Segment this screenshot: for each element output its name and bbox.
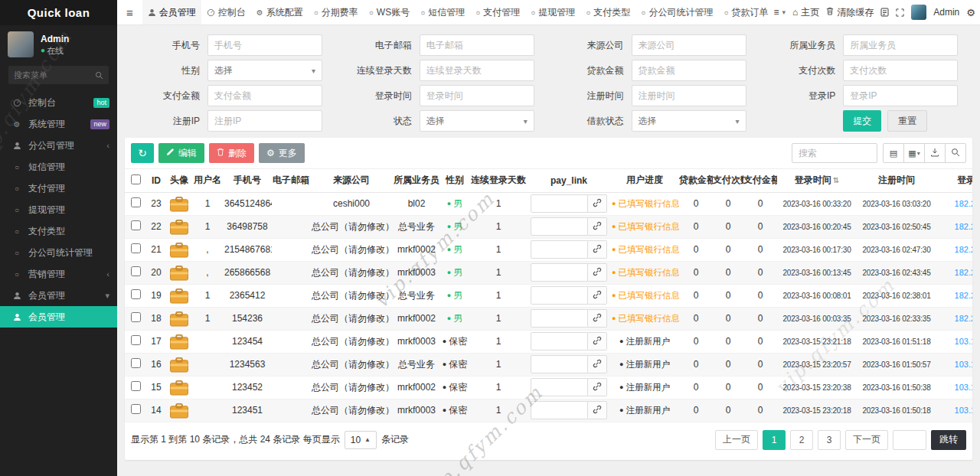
notes-icon[interactable] <box>880 8 889 17</box>
list-view-button[interactable]: ▤ <box>883 143 904 163</box>
tab-member[interactable]: 会员管理 <box>142 0 201 24</box>
sidebar-search-input[interactable] <box>14 70 95 80</box>
sidebar-item-marketing[interactable]: ○营销管理‹ <box>0 263 117 285</box>
avatar-image[interactable] <box>169 403 189 419</box>
page-button-1[interactable]: 1 <box>763 430 786 450</box>
search-toggle-button[interactable] <box>945 143 966 163</box>
login-time-input[interactable] <box>420 85 534 106</box>
tab-loan-order[interactable]: ○贷款订单 <box>718 0 773 24</box>
row-checkbox[interactable] <box>131 381 141 391</box>
clear-cache-button[interactable]: 清除缓存 <box>826 6 874 19</box>
row-checkbox[interactable] <box>131 289 141 299</box>
phone-input[interactable] <box>207 34 322 56</box>
ip-link[interactable]: 182.239. <box>955 314 972 323</box>
status-select[interactable]: 选择▾ <box>420 110 534 132</box>
columns-toggle-button[interactable]: ▦▾ <box>903 143 925 163</box>
pay-link-button[interactable] <box>588 194 607 213</box>
tab-ws-account[interactable]: ○WS账号 <box>364 0 415 24</box>
agent-input[interactable] <box>843 34 958 56</box>
tab-list-dropdown[interactable]: ≡▾ <box>773 7 786 18</box>
pay-link-input[interactable] <box>531 240 588 259</box>
pay-amount-input[interactable] <box>207 85 322 106</box>
pay-link-input[interactable] <box>531 194 588 213</box>
sidebar-item-console[interactable]: 控制台hot <box>0 92 117 113</box>
avatar-image[interactable] <box>169 196 189 212</box>
avatar-image[interactable] <box>169 242 189 258</box>
pay-link-button[interactable] <box>588 217 607 236</box>
sidebar-item-sms[interactable]: ○短信管理 <box>0 156 117 178</box>
tab-installment-rate[interactable]: ○分期费率 <box>309 0 364 24</box>
jump-page-input[interactable] <box>893 430 926 450</box>
pay-link-button[interactable] <box>588 355 607 373</box>
loan-status-select[interactable]: 选择▾ <box>632 110 746 132</box>
ip-link[interactable]: 103.187. <box>955 383 972 392</box>
pay-link-input[interactable] <box>531 332 588 350</box>
refresh-button[interactable]: ↻ <box>131 143 154 163</box>
sidebar-item-member-list[interactable]: 会员管理 <box>0 306 117 328</box>
ip-link[interactable]: 103.187. <box>955 337 972 346</box>
edit-button[interactable]: 编辑 <box>158 143 204 163</box>
login-days-input[interactable] <box>420 60 534 81</box>
tab-sms[interactable]: ○短信管理 <box>415 0 470 24</box>
search-icon[interactable] <box>95 71 103 80</box>
sidebar-item-pay-type[interactable]: ○支付类型 <box>0 220 117 242</box>
avatar-image[interactable] <box>169 311 189 327</box>
pay-link-button[interactable] <box>588 401 607 419</box>
table-search-input[interactable] <box>792 143 877 163</box>
page-size-select[interactable]: 10▲ <box>345 431 377 449</box>
export-button[interactable] <box>924 143 946 163</box>
ip-link[interactable]: 182.239. <box>955 268 972 277</box>
pay-link-button[interactable] <box>588 263 607 282</box>
gender-select[interactable]: 选择▾ <box>207 60 322 81</box>
email-input[interactable] <box>420 34 534 56</box>
pay-link-input[interactable] <box>531 401 588 419</box>
avatar-image[interactable] <box>169 219 189 235</box>
sidebar-item-branch[interactable]: 分公司管理‹ <box>0 135 117 156</box>
user-name[interactable]: Admin <box>933 7 959 18</box>
source-company-input[interactable] <box>632 34 746 56</box>
ip-link[interactable]: 182.239. <box>955 291 972 300</box>
avatar-image[interactable] <box>169 265 189 281</box>
tab-withdraw[interactable]: ○提现管理 <box>525 0 580 24</box>
pay-link-input[interactable] <box>531 263 588 282</box>
menu-toggle-icon[interactable]: ≡ <box>117 6 142 19</box>
tab-pay-type[interactable]: ○支付类型 <box>580 0 635 24</box>
pay-link-button[interactable] <box>588 309 607 328</box>
sidebar-item-withdraw[interactable]: ○提现管理 <box>0 199 117 220</box>
row-checkbox[interactable] <box>131 358 141 368</box>
page-button-3[interactable]: 3 <box>818 430 841 450</box>
row-checkbox[interactable] <box>131 335 141 345</box>
ip-link[interactable]: 182.239. <box>955 222 972 231</box>
next-page-button[interactable]: 下一页 <box>845 430 888 450</box>
sort-icon[interactable]: ⇅ <box>833 176 839 184</box>
reg-ip-input[interactable] <box>207 110 322 132</box>
avatar-image[interactable] <box>169 357 189 373</box>
more-button[interactable]: ⚙更多 <box>259 143 305 163</box>
tab-branch-stats[interactable]: ○分公司统计管理 <box>635 0 718 24</box>
pay-link-button[interactable] <box>588 332 607 350</box>
row-checkbox[interactable] <box>131 243 141 253</box>
ip-link[interactable]: 182.239. <box>955 199 972 208</box>
pay-link-input[interactable] <box>531 217 588 236</box>
pay-link-input[interactable] <box>531 286 588 305</box>
pay-count-input[interactable] <box>843 60 958 81</box>
reg-time-input[interactable] <box>632 85 746 106</box>
pay-link-input[interactable] <box>531 309 588 328</box>
jump-button[interactable]: 跳转 <box>931 430 966 450</box>
settings-gear-icon[interactable]: ⚙ <box>966 7 975 18</box>
ip-link[interactable]: 103.187. <box>955 360 972 369</box>
submit-button[interactable]: 提交 <box>843 110 881 132</box>
tab-payment[interactable]: ○支付管理 <box>470 0 525 24</box>
login-ip-input[interactable] <box>843 85 958 106</box>
prev-page-button[interactable]: 上一页 <box>715 430 758 450</box>
row-checkbox[interactable] <box>131 197 141 207</box>
user-avatar[interactable] <box>911 5 926 20</box>
sidebar-item-payment[interactable]: ○支付管理 <box>0 178 117 199</box>
avatar-image[interactable] <box>169 288 189 304</box>
admin-avatar[interactable] <box>8 31 34 57</box>
row-checkbox[interactable] <box>131 266 141 276</box>
row-checkbox[interactable] <box>131 312 141 322</box>
ip-link[interactable]: 103.187. <box>955 406 972 415</box>
pay-link-input[interactable] <box>531 355 588 373</box>
pay-link-button[interactable] <box>588 240 607 259</box>
